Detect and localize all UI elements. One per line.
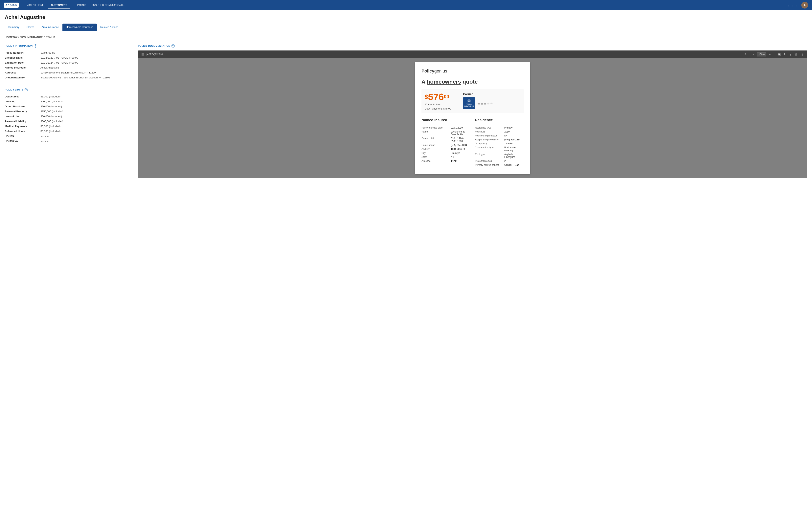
field-value: Achal Augustine [41,65,132,70]
user-avatar[interactable]: A [801,2,808,8]
page-content: Achal Augustine Summary Claims Auto Insu… [0,10,812,507]
field-value: 01/01/1980 / 01/01/1980 [451,137,470,143]
field-label: Underwritten By: [5,75,41,80]
list-item: Residence type Primary [475,126,524,129]
list-item: Zip code 11211 [421,160,470,162]
pdf-residence-heading: Residence [475,118,524,124]
pdf-fullscreen-button[interactable]: ▣ [777,52,781,57]
field-label: Policy effective date [421,126,449,129]
field-label: Residence type [475,126,503,129]
field-label: Roof type [475,153,503,158]
policy-info-help-icon[interactable]: ? [34,44,37,48]
policy-limits-heading: POLICY LIMITS ? [5,88,132,91]
list-item: Year roofing replaced N/A [475,134,524,137]
field-label: Personal Property [5,109,41,114]
field-label: Primary source of heat [475,164,503,166]
pdf-headline-underlined: homeowners [427,78,461,85]
field-value: $1,000 (Included) [41,94,132,99]
pdf-named-insured: Named insured Policy effective date 01/0… [421,118,470,168]
pdf-page-current: 1 [742,53,743,56]
field-value: 2010 [504,130,510,133]
tab-summary[interactable]: Summary [5,23,23,31]
section-title: HOMEOWNER'S INSURANCE DETAILS [5,36,807,40]
table-row: Named Insured(s): Achal Augustine [5,65,132,70]
field-value: $200,000 (Included) [41,99,132,104]
field-value: NY [451,156,454,158]
app-logo[interactable]: appian [4,3,19,8]
field-value: 12345-67-89 [41,50,132,55]
pdf-zoom-in-button[interactable]: + [768,52,771,57]
tab-claims[interactable]: Claims [23,23,38,31]
table-row: Effective Date: 10/12/2023 7:02 PM GMT+0… [5,55,132,60]
pdf-carrier-label: Carrier [463,92,493,96]
field-value: Insurance Agency, 7950 Jones Branch Dr M… [41,75,132,80]
tab-auto-insurance[interactable]: Auto Insurance [38,23,62,31]
nav-customers[interactable]: CUSTOMERS [48,2,70,8]
field-value: Central – Gas [504,164,519,166]
field-value: 01/01/2019 [451,126,463,129]
star-5: ★ [490,102,493,106]
field-value: N/A [504,134,508,137]
list-item: Responding fire district (555) 555-1234 [475,138,524,141]
field-value: Primary [504,126,512,129]
field-value: $150,000 (Included) [41,109,132,114]
grid-icon[interactable]: ⋮⋮⋮ [786,3,798,7]
pdf-rotate-button[interactable]: ↻ [783,52,787,57]
list-item: Primary source of heat Central – Gas [475,164,524,166]
list-item: State NY [421,156,470,158]
field-label: HO-300 VA [5,138,41,144]
tab-related-actions[interactable]: Related Actions [97,23,122,31]
pdf-price-cents: 00 [444,92,449,101]
field-value: 12450 Sycamore Station Pl Louisville, KY… [41,70,132,75]
field-label: Enhanced Home [5,129,41,134]
pdf-price-down: Down payment: $48.00 [425,107,451,110]
nav-reports[interactable]: REPORTS [71,2,89,8]
field-value: Jack Smith & Jane Smith [451,130,470,136]
field-label: Construction type [475,146,503,152]
pdf-zoom-out-button[interactable]: − [752,52,755,57]
field-value: $300,000 (Included) [41,119,132,124]
policy-information-heading: POLICY INFORMATION ? [5,44,132,48]
pdf-price: $ 576 00 12 month term Down payment: $48… [425,92,451,110]
pdf-print-button[interactable]: 🖶 [794,52,798,57]
pdf-page-separator: / [744,53,744,56]
tab-homeowners-insurance[interactable]: Homeowners Insurance [62,23,97,31]
field-value: 1234 Main St [451,148,465,151]
field-label: State [421,156,449,158]
field-label: Dwelling: [5,99,41,104]
pdf-page-info: 1 / 1 [742,53,746,56]
field-label: Personal Liability [5,119,41,124]
pdf-price-section: $ 576 00 12 month term Down payment: $48… [421,89,524,113]
policy-doc-help-icon[interactable]: ? [171,44,175,48]
field-value: Brick stone masonry [504,146,524,152]
field-label: Policy Number: [5,50,41,55]
field-label: Deductible: [5,94,41,99]
policy-limits-help-icon[interactable]: ? [24,88,28,91]
pdf-price-main: 576 [428,92,444,102]
nav-agent-home[interactable]: AGENT HOME [24,2,47,8]
pdf-download-button[interactable]: ↓ [789,52,792,57]
pdf-carrier-logo: APPIANINSURANCE [463,97,475,109]
pdf-named-insured-heading: Named insured [421,118,470,124]
page-header: Achal Augustine Summary Claims Auto Insu… [0,10,812,31]
right-column: POLICY DOCUMENTATION ? ☰ jA0ECQMCSHi... … [138,44,807,178]
list-item: Year built 2010 [475,130,524,133]
table-row: Expiration Date: 10/11/2024 7:02 PM GMT+… [5,60,132,65]
field-value: 10/12/2023 7:02 PM GMT+00:00 [41,55,132,60]
nav-insurer-communications[interactable]: INSURER COMMUNICATI... [90,2,128,8]
list-item: Date of birth 01/01/1980 / 01/01/1980 [421,137,470,143]
field-label: Effective Date: [5,55,41,60]
policy-information-table: Policy Number: 12345-67-89 Effective Dat… [5,50,132,80]
pdf-carrier-name: APPIANINSURANCE [464,103,474,107]
pdf-menu-button[interactable]: ☰ [141,52,145,57]
pdf-more-button[interactable]: ⋮ [800,52,805,57]
table-row: Dwelling: $200,000 (Included) [5,99,132,104]
table-row: Enhanced Home $5,000 (Included) [5,129,132,134]
field-label: Name [421,130,449,136]
field-label: Named Insured(s): [5,65,41,70]
list-item: Occupancy 1 family [475,142,524,145]
pdf-page: Policygenius A homeowners quote $ [415,62,530,174]
field-label: Address: [5,70,41,75]
pdf-headline-pre: A [421,78,427,85]
pdf-carrier-stars: ★ ★ ★ ★ ★ [477,102,493,106]
